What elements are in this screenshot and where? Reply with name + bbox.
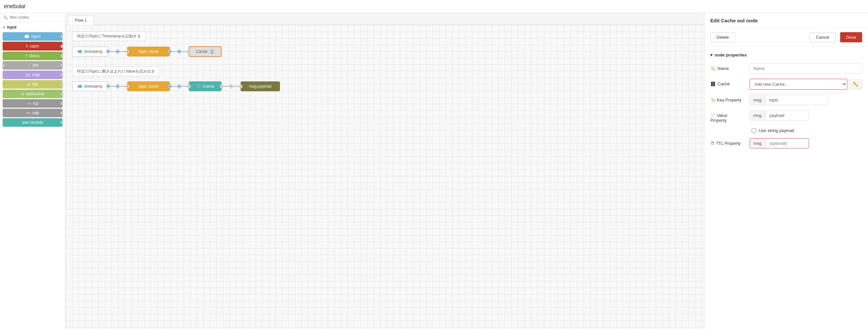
conn-dot <box>116 50 119 53</box>
ttl-prop-row: ⏱ TTL Property msg. <box>710 138 862 148</box>
flow1-timestamp-right-port <box>106 49 110 54</box>
port-dot <box>106 50 110 53</box>
func-right-port <box>168 50 172 53</box>
link-left-port <box>2 64 5 67</box>
search-icon: 🔍 <box>3 16 8 20</box>
flow2-cache-label: Cache <box>203 84 214 89</box>
status-node-label: ! status <box>3 52 63 60</box>
flow2-conn1 <box>108 85 127 88</box>
panel-actions: Delete Cancel Done <box>705 28 868 47</box>
ttl-prop-label: ⏱ TTL Property <box>710 141 750 146</box>
sidebar-item-udp[interactable]: <> udp <box>3 109 63 117</box>
ttl-clock-icon: ⏱ <box>710 141 715 146</box>
sidebar-item-http[interactable]: ⊕ http <box>3 80 63 89</box>
tab-flow1[interactable]: Flow 1 <box>68 16 93 25</box>
ttl-field[interactable] <box>766 139 809 148</box>
sidebar-item-websocket[interactable]: ⊙ websocket <box>3 90 63 98</box>
section-title: input <box>7 25 17 30</box>
flow2-func-node[interactable]: topic: count <box>127 81 170 91</box>
flow2-func-wrap: topic: count <box>127 81 170 91</box>
cache-select[interactable]: Add new Cache... <box>750 79 847 90</box>
flow1-cache-label: Cache <box>196 49 208 54</box>
sidebar-item-status[interactable]: ! status <box>3 52 63 60</box>
flow1-func-node[interactable]: topic: count <box>127 47 170 56</box>
cancel-button[interactable]: Cancel <box>810 32 835 43</box>
websocket-right-port <box>61 92 63 95</box>
key-prefix: msg. <box>750 95 766 105</box>
flow-section-1: 特定のTopicにTimestampを記録する timestamp <box>72 31 698 57</box>
flow2-row: timestamp topi <box>72 81 698 91</box>
key-field[interactable] <box>766 95 828 105</box>
mqtt-node-label: )))) mqtt <box>3 71 63 79</box>
flow2-label: 特定のTopicに書き込まれたValueを読み出す <box>72 67 160 76</box>
filter-nodes-area: 🔍 <box>0 13 65 22</box>
timestamp-arrow-icon <box>78 49 82 54</box>
right-panel: Edit Cache out node Delete Cancel Done ▾… <box>704 13 868 329</box>
tcp-right-port <box>61 102 63 105</box>
mqtt-right-port <box>61 74 63 76</box>
flow1-func-wrap: topic: count <box>127 47 170 56</box>
flow1-conn1 <box>108 50 127 53</box>
flow2-timestamp-node[interactable]: timestamp <box>72 81 108 91</box>
section-header-input[interactable]: ▾ input <box>0 23 65 31</box>
filter-nodes-input[interactable] <box>10 15 62 20</box>
top-bar: enebular <box>0 0 868 13</box>
ttl-input-group: msg. <box>750 138 809 148</box>
awslambda-right-port <box>61 121 63 124</box>
sidebar-input-section: ▾ input inject ! catch ! <box>0 22 65 129</box>
catch-node-label: ! catch <box>3 42 63 51</box>
conn-dot2 <box>178 50 181 53</box>
status-right-port <box>61 55 63 57</box>
flow1-timestamp-label: timestamp <box>84 49 102 54</box>
app-logo: enebular <box>4 3 26 10</box>
sidebar-item-link[interactable]: → link <box>3 61 63 70</box>
awslambda-node-label: aws lambda <box>3 118 63 127</box>
sidebar-item-awslambda[interactable]: aws lambda <box>3 118 63 127</box>
delete-button[interactable]: Delete <box>710 32 735 43</box>
main-layout: 🔍 ▾ input inject ! catch <box>0 13 868 329</box>
udp-node-label: <> udp <box>3 109 63 117</box>
value-field[interactable] <box>766 111 809 120</box>
flow1-cache-node[interactable]: Cache 🗑️ <box>189 46 222 57</box>
flow1-timestamp-node[interactable]: timestamp <box>72 47 108 56</box>
flow2-conn2 <box>170 85 189 88</box>
flow1-cache-wrap: Cache 🗑️ <box>189 46 222 57</box>
flow1-row: timestamp topi <box>72 46 698 57</box>
canvas-area: Flow 1 特定のTopicにTimestampを記録する timestamp <box>66 13 704 329</box>
cache-prop-row: 🗄️ Cache Add new Cache... ✏️ <box>710 79 862 90</box>
value-prefix: msg. <box>750 111 766 120</box>
tabs-bar: Flow 1 <box>66 13 704 25</box>
sidebar-item-mqtt[interactable]: )))) mqtt <box>3 71 63 79</box>
sidebar-item-catch[interactable]: ! catch <box>3 42 63 51</box>
flow2-cache-node[interactable]: 🗑️ Cache <box>189 81 222 91</box>
flow1-label: 特定のTopicにTimestampを記録する <box>72 31 146 41</box>
name-label: 🏷️ Name <box>710 63 750 71</box>
flow2-conn3 <box>222 85 241 88</box>
node-properties: ▾ node properties 🏷️ Name 🗄️ Cache <box>705 47 868 160</box>
props-section-label: node properties <box>715 53 747 57</box>
sidebar-item-inject[interactable]: inject <box>3 32 63 41</box>
key-prop-label: 🏷️ Key Property <box>710 98 750 103</box>
tag-icon: 🏷️ <box>710 66 716 71</box>
flow2-cache-wrap: 🗑️ Cache <box>189 81 222 91</box>
cache-label: 🗄️ Cache <box>710 79 750 86</box>
http-node-label: ⊕ http <box>3 80 63 89</box>
cache2-icon: 🗑️ <box>196 84 201 89</box>
name-prop-row: 🏷️ Name <box>710 63 862 74</box>
flow1-timestamp-wrap: timestamp <box>72 47 108 56</box>
props-section-header: ▾ node properties <box>710 53 862 57</box>
done-button[interactable]: Done <box>840 32 862 43</box>
string-payload-checkbox[interactable] <box>752 128 756 133</box>
ttl-prefix: msg. <box>750 139 766 148</box>
canvas[interactable]: 特定のTopicにTimestampを記録する timestamp <box>66 25 704 329</box>
value-prop-label: 📄 Value Property <box>710 110 750 123</box>
cache-edit-button[interactable]: ✏️ <box>849 79 862 89</box>
flow1-conn2 <box>170 50 189 53</box>
name-input[interactable] <box>750 63 862 74</box>
flow2-msg-wrap: msg.payload <box>241 81 280 91</box>
value-prop-row: 📄 Value Property msg. <box>710 110 862 123</box>
flow2-msg-node[interactable]: msg.payload <box>241 81 280 91</box>
func-left-port <box>126 50 129 53</box>
sidebar-item-tcp[interactable]: <> tcp <box>3 99 63 108</box>
inject-node-label: inject <box>3 32 63 41</box>
